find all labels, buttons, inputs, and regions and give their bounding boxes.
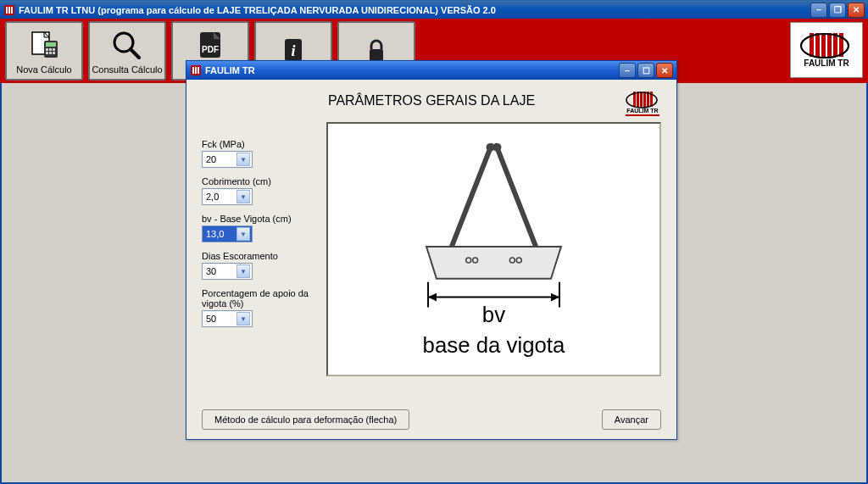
toolbar-consulta-calculo[interactable]: Consulta Cálculo	[88, 21, 166, 81]
cobrimento-value: 2,0	[206, 192, 219, 202]
dialog-maximize-button[interactable]: ☐	[637, 63, 654, 78]
main-titlebar: FAULIM TR LTNU (programa para cálculo de…	[0, 0, 868, 19]
toolbar-label: Nova Cálculo	[16, 64, 71, 75]
svg-line-14	[131, 49, 139, 58]
svg-rect-11	[49, 52, 52, 54]
parameters-dialog: FAULIM TR – ☐ ✕ PARÂMETROS GERAIS DA LAJ…	[186, 60, 677, 440]
svg-rect-19	[370, 49, 383, 61]
svg-rect-8	[49, 48, 52, 51]
avancar-button-label: Avançar	[615, 414, 648, 425]
cobrimento-label: Cobrimento (cm)	[202, 176, 316, 186]
svg-rect-2	[8, 7, 10, 14]
dias-select[interactable]: 30 ▼	[202, 263, 253, 280]
dialog-window-controls: – ☐ ✕	[619, 63, 673, 78]
apoio-select[interactable]: 50 ▼	[202, 310, 253, 327]
fck-label: Fck (MPa)	[202, 139, 316, 149]
metodo-button-label: Método de cálculo para deformação (flech…	[214, 414, 397, 425]
close-button[interactable]: ✕	[848, 3, 865, 18]
bv-select[interactable]: 13,0 ▼	[202, 225, 253, 242]
apoio-value: 50	[206, 314, 216, 324]
restore-button[interactable]: ❐	[829, 3, 846, 18]
document-calc-icon	[27, 28, 61, 62]
field-dias: Dias Escoramento 30 ▼	[202, 251, 316, 280]
field-bv: bv - Base Vigota (cm) 13,0 ▼	[202, 214, 316, 242]
field-apoio: Porcentagem de apoio da vigota (%) 50 ▼	[202, 288, 316, 327]
toolbar-nova-calculo[interactable]: Nova Cálculo	[5, 21, 83, 81]
magnifier-icon	[110, 28, 144, 62]
svg-rect-24	[198, 67, 199, 74]
dialog-brand-logo: FAULIM TR	[619, 85, 666, 122]
svg-rect-12	[53, 52, 55, 54]
svg-rect-7	[46, 48, 48, 51]
main-window-controls: – ❐ ✕	[810, 3, 865, 18]
main-window-title: FAULIM TR LTNU (programa para cálculo de…	[19, 5, 810, 15]
field-fck: Fck (MPa) 20 ▼	[202, 139, 316, 168]
diagram-column: bv base da vigota	[326, 122, 676, 400]
vigota-diagram: bv base da vigota	[333, 129, 654, 370]
bv-value: 13,0	[206, 229, 224, 239]
fck-value: 20	[206, 154, 216, 164]
cobrimento-select[interactable]: 2,0 ▼	[202, 188, 253, 205]
svg-rect-6	[46, 42, 56, 47]
dialog-minimize-button[interactable]: –	[619, 63, 636, 78]
chevron-down-icon: ▼	[236, 264, 250, 278]
form-column: Fck (MPa) 20 ▼ Cobrimento (cm) 2,0 ▼ bv …	[186, 122, 326, 400]
dialog-title: FAULIM TR	[205, 65, 619, 75]
dialog-app-icon	[190, 64, 202, 76]
pdf-icon: PDF	[193, 28, 227, 62]
dialog-close-button[interactable]: ✕	[656, 63, 673, 78]
svg-rect-9	[53, 48, 55, 51]
dialog-heading: PARÂMETROS GERAIS DA LAJE	[328, 93, 535, 108]
chevron-down-icon: ▼	[236, 312, 250, 325]
svg-rect-10	[46, 52, 48, 54]
svg-rect-3	[11, 7, 13, 14]
apoio-label: Porcentagem de apoio da vigota (%)	[202, 288, 316, 309]
dialog-heading-area: PARÂMETROS GERAIS DA LAJE FAULIM TR	[186, 80, 676, 122]
diagram-caption: base da vigota	[423, 333, 565, 357]
diagram-dim-label: bv	[482, 303, 505, 326]
fck-select[interactable]: 20 ▼	[202, 151, 253, 168]
diagram-frame: bv base da vigota	[326, 122, 661, 376]
chevron-down-icon: ▼	[236, 190, 250, 203]
dialog-body: Fck (MPa) 20 ▼ Cobrimento (cm) 2,0 ▼ bv …	[186, 122, 676, 400]
svg-point-25	[626, 92, 657, 108]
avancar-button[interactable]: Avançar	[602, 409, 661, 430]
dialog-footer: Método de cálculo para deformação (flech…	[186, 400, 676, 439]
dias-label: Dias Escoramento	[202, 251, 316, 261]
chevron-down-icon: ▼	[236, 153, 250, 166]
svg-rect-1	[6, 7, 8, 14]
dialog-titlebar: FAULIM TR – ☐ ✕	[186, 61, 676, 80]
toolbar-label: Consulta Cálculo	[92, 64, 162, 75]
svg-rect-22	[192, 67, 194, 74]
app-icon	[3, 4, 15, 16]
field-cobrimento: Cobrimento (cm) 2,0 ▼	[202, 176, 316, 205]
svg-text:i: i	[291, 42, 295, 59]
brand-logo: FAULIM TR	[790, 22, 863, 78]
dias-value: 30	[206, 266, 216, 276]
svg-text:PDF: PDF	[202, 45, 219, 54]
minimize-button[interactable]: –	[810, 3, 827, 18]
svg-rect-23	[195, 67, 197, 74]
bv-label: bv - Base Vigota (cm)	[202, 214, 316, 224]
chevron-down-icon: ▼	[236, 227, 250, 241]
metodo-button[interactable]: Método de cálculo para deformação (flech…	[202, 409, 409, 430]
svg-point-27	[493, 143, 502, 152]
svg-point-20	[801, 34, 849, 58]
